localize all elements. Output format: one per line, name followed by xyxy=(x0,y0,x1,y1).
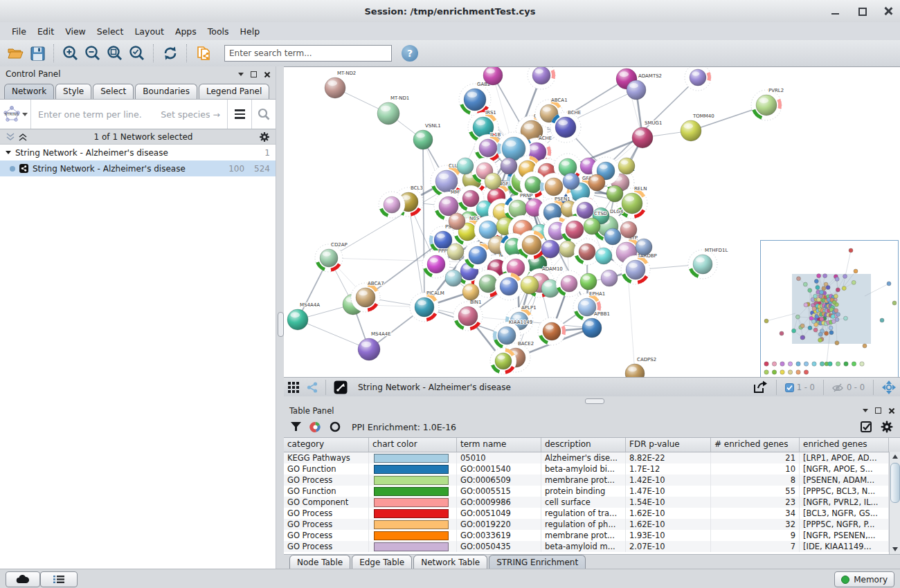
menu-view[interactable]: View xyxy=(60,24,91,39)
node-tomm40[interactable]: TOMM40 xyxy=(681,113,714,141)
string-query-input[interactable]: Enter one term per line. Set species → xyxy=(31,109,227,120)
zoom-fit-button[interactable] xyxy=(104,43,126,64)
scrollbar-thumb[interactable] xyxy=(890,463,900,503)
menu-apps[interactable]: Apps xyxy=(170,24,201,39)
grid-view-button[interactable] xyxy=(284,377,303,398)
node[interactable] xyxy=(620,221,637,238)
node[interactable] xyxy=(379,192,405,218)
zoom-selected-button[interactable] xyxy=(126,43,148,64)
node[interactable] xyxy=(618,158,635,174)
network-collection-row[interactable]: String Network - Alzheimer's disease 1 xyxy=(0,145,276,160)
task-history-button[interactable] xyxy=(40,571,78,587)
export-network-button[interactable] xyxy=(748,377,772,398)
panel-close-icon[interactable] xyxy=(264,71,270,77)
node[interactable] xyxy=(485,173,501,190)
node[interactable] xyxy=(490,348,516,374)
chart-color-icon[interactable] xyxy=(309,421,321,433)
menu-edit[interactable]: Edit xyxy=(33,24,59,39)
column-header-description[interactable]: description xyxy=(541,438,626,452)
node-smug1[interactable]: SMUG1 xyxy=(632,120,662,148)
ring-chart-icon[interactable] xyxy=(330,421,341,432)
node[interactable] xyxy=(521,276,539,294)
tab-edge-table[interactable]: Edge Table xyxy=(352,555,412,570)
node-mt-nd1[interactable]: MT-ND1 xyxy=(377,95,409,125)
horizontal-splitter[interactable] xyxy=(284,396,900,405)
search-input[interactable] xyxy=(224,45,392,62)
menu-select[interactable]: Select xyxy=(92,24,129,39)
node[interactable] xyxy=(556,270,582,297)
node[interactable] xyxy=(483,67,503,85)
panel-float-icon[interactable] xyxy=(251,71,257,77)
birdseye-view[interactable] xyxy=(760,240,899,378)
tab-network[interactable]: Network xyxy=(4,84,54,99)
column-header--enriched-genes[interactable]: # enriched genes xyxy=(711,438,800,452)
panel-menu-icon[interactable] xyxy=(238,73,244,76)
node-picalm[interactable]: PICALM xyxy=(410,291,444,322)
node[interactable] xyxy=(559,241,576,257)
table-row[interactable]: GO FunctionGO:0005515protein binding1.47… xyxy=(284,486,900,497)
set-species-label[interactable]: Set species → xyxy=(161,109,220,120)
table-vertical-scrollbar[interactable] xyxy=(889,452,900,554)
tab-node-table[interactable]: Node Table xyxy=(289,555,350,570)
tab-select[interactable]: Select xyxy=(93,84,134,99)
filter-icon[interactable] xyxy=(291,422,301,432)
node[interactable] xyxy=(495,273,523,300)
splitter-handle[interactable] xyxy=(278,312,284,337)
tab-network-table[interactable]: Network Table xyxy=(413,555,487,570)
refresh-button[interactable] xyxy=(159,43,181,64)
memory-button[interactable]: Memory xyxy=(834,571,894,587)
collapse-all-icon[interactable] xyxy=(6,133,15,141)
node-ms4a4e[interactable]: MS4A4E xyxy=(358,331,391,360)
node[interactable] xyxy=(447,244,464,260)
node[interactable] xyxy=(457,158,474,174)
string-source-selector[interactable]: STRING xyxy=(0,100,31,129)
expand-all-icon[interactable] xyxy=(18,133,28,141)
table-panel-menu-icon[interactable] xyxy=(863,409,868,412)
table-row[interactable]: KEGG Pathways05010Alzheimer's dise...8.8… xyxy=(284,452,900,463)
node-cd2ap[interactable]: CD2AP xyxy=(315,242,348,272)
node[interactable] xyxy=(595,248,612,264)
table-panel-float-icon[interactable] xyxy=(875,407,881,414)
table-row[interactable]: GO ProcessGO:0033619membrane prot...1.93… xyxy=(284,530,900,541)
table-panel-close-icon[interactable] xyxy=(888,407,894,414)
node[interactable] xyxy=(588,174,605,191)
node[interactable] xyxy=(462,284,479,300)
node[interactable] xyxy=(606,185,623,202)
tab-legend-panel[interactable]: Legend Panel xyxy=(199,84,269,99)
string-search-button[interactable] xyxy=(251,100,276,129)
gear-icon[interactable] xyxy=(259,131,270,143)
node[interactable] xyxy=(538,318,566,345)
column-header-enriched-genes[interactable]: enriched genes xyxy=(800,438,889,452)
menu-help[interactable]: Help xyxy=(235,24,265,39)
collection-expander-icon[interactable] xyxy=(6,151,11,154)
column-header-term-name[interactable]: term name xyxy=(457,438,541,452)
node-pvrl2[interactable]: PVRL2 xyxy=(751,88,784,120)
settings-gear-icon[interactable] xyxy=(881,421,893,433)
node[interactable] xyxy=(685,67,711,91)
string-options-button[interactable] xyxy=(227,100,251,129)
save-session-button[interactable] xyxy=(26,43,48,64)
tab-string-enrichment[interactable]: STRING Enrichment xyxy=(489,555,586,570)
node-cadps2[interactable]: CADPS2 xyxy=(625,357,656,378)
column-header-category[interactable]: category xyxy=(284,438,369,452)
hidden-nodes-indicator[interactable]: 0 - 0 xyxy=(828,383,869,392)
node[interactable] xyxy=(501,158,517,174)
zoom-out-button[interactable] xyxy=(82,43,104,64)
node-vsnl1[interactable]: VSNL1 xyxy=(413,123,441,149)
column-header-fdr-p-value[interactable]: FDR p-value xyxy=(626,438,711,452)
cloud-button[interactable] xyxy=(6,571,40,587)
node[interactable] xyxy=(445,270,462,286)
node[interactable] xyxy=(604,228,621,245)
minimize-button[interactable] xyxy=(831,6,840,16)
import-network-button[interactable] xyxy=(192,43,215,64)
node[interactable] xyxy=(541,240,559,258)
node[interactable] xyxy=(517,230,546,259)
table-row[interactable]: GO ProcessGO:0050435beta-amyloid m...2.0… xyxy=(284,541,900,552)
tab-style[interactable]: Style xyxy=(55,84,91,99)
maximize-button[interactable] xyxy=(857,6,867,16)
table-row[interactable]: GO FunctionGO:0001540beta-amyloid bi...1… xyxy=(284,463,900,475)
share-view-button[interactable] xyxy=(303,377,321,398)
menu-file[interactable]: File xyxy=(7,24,31,39)
network-canvas[interactable]: MT-ND2MT-ND1VSNL1GAB2ADAMTS2PVRL2SMUG1TO… xyxy=(284,66,900,378)
close-button[interactable] xyxy=(883,6,893,16)
